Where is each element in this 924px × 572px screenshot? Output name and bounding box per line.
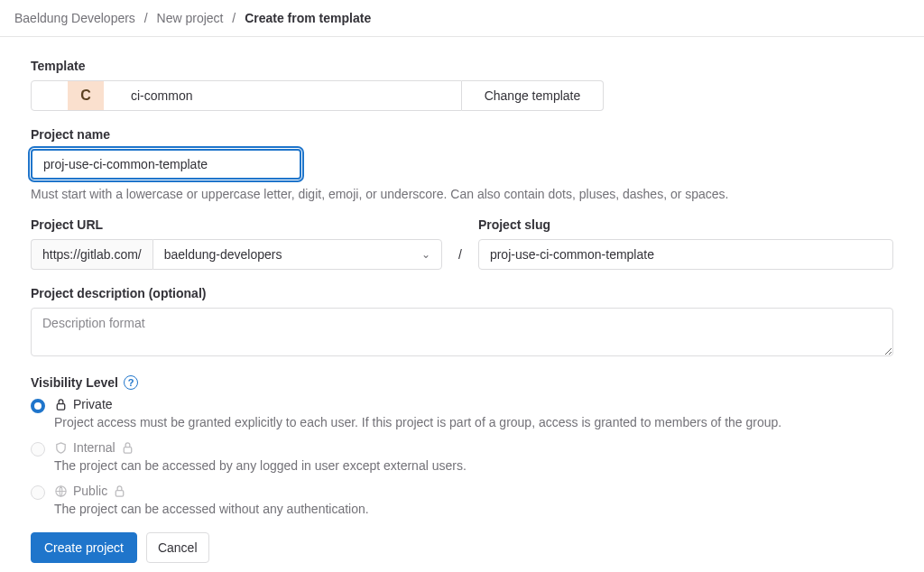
lock-icon — [54, 398, 68, 411]
breadcrumb-current: Create from template — [245, 11, 371, 25]
visibility-internal: Internal The project can be accessed by … — [31, 440, 893, 473]
lock-icon — [121, 441, 134, 455]
cancel-button[interactable]: Cancel — [146, 532, 209, 563]
template-name: ci-common — [104, 88, 192, 103]
visibility-label-text: Visibility Level — [31, 375, 118, 390]
visibility-field: Visibility Level ? Private Project acces… — [31, 375, 893, 516]
project-slug-input[interactable] — [478, 239, 893, 270]
description-input[interactable] — [31, 308, 893, 356]
template-avatar: C — [68, 81, 104, 110]
project-name-input[interactable] — [31, 149, 301, 180]
namespace-select[interactable]: baeldung-developers ⌄ — [152, 239, 442, 270]
template-label: Template — [31, 59, 893, 73]
project-slug-label: Project slug — [478, 217, 893, 232]
visibility-public-desc: The project can be accessed without any … — [54, 502, 893, 516]
shield-icon — [54, 441, 68, 455]
radio-icon — [31, 442, 45, 457]
visibility-private[interactable]: Private Project access must be granted e… — [31, 397, 893, 429]
project-name-help: Must start with a lowercase or uppercase… — [31, 187, 893, 201]
visibility-private-title: Private — [73, 397, 113, 411]
project-name-field: Project name Must start with a lowercase… — [31, 127, 893, 201]
visibility-label: Visibility Level ? — [31, 375, 138, 390]
breadcrumb-group[interactable]: Baeldung Developers — [14, 11, 135, 25]
visibility-public: Public The project can be accessed witho… — [31, 484, 893, 516]
url-slug-row: Project URL https://gitlab.com/ baeldung… — [31, 217, 893, 270]
help-icon[interactable]: ? — [124, 375, 138, 390]
change-template-button[interactable]: Change template — [462, 80, 604, 111]
chevron-down-icon: ⌄ — [421, 248, 430, 261]
visibility-public-title: Public — [73, 484, 107, 498]
radio-icon — [31, 485, 45, 500]
visibility-internal-title: Internal — [73, 440, 116, 455]
breadcrumb-parent[interactable]: New project — [157, 11, 224, 25]
form-actions: Create project Cancel — [31, 532, 893, 563]
form-content: Template C ci-common Change template Pro… — [0, 37, 924, 572]
breadcrumb: Baeldung Developers / New project / Crea… — [0, 0, 924, 37]
template-display: C ci-common — [31, 80, 462, 111]
radio-icon — [31, 399, 45, 413]
globe-icon — [54, 484, 68, 498]
url-slash: / — [453, 239, 467, 270]
project-url-base: https://gitlab.com/ — [31, 239, 152, 270]
svg-rect-1 — [124, 447, 131, 453]
description-label: Project description (optional) — [31, 286, 893, 300]
project-url-label: Project URL — [31, 217, 442, 232]
create-project-button[interactable]: Create project — [31, 532, 137, 563]
svg-rect-0 — [57, 403, 64, 410]
project-name-label: Project name — [31, 127, 893, 142]
breadcrumb-sep: / — [232, 11, 236, 25]
description-field: Project description (optional) — [31, 286, 893, 359]
namespace-value: baeldung-developers — [164, 247, 282, 262]
visibility-private-desc: Project access must be granted explicitl… — [54, 415, 893, 429]
visibility-internal-desc: The project can be accessed by any logge… — [54, 458, 893, 473]
breadcrumb-sep: / — [144, 11, 148, 25]
svg-rect-3 — [116, 490, 123, 496]
template-field: Template C ci-common Change template — [31, 59, 893, 111]
lock-icon — [113, 484, 126, 498]
